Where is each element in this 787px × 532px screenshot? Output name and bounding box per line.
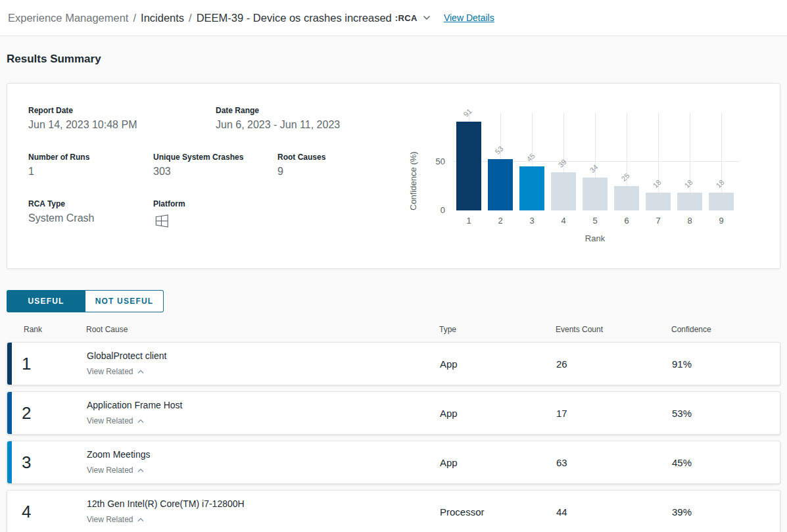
bar-value-label: 53 bbox=[494, 144, 505, 155]
root-cause-name: Zoom Meetings bbox=[87, 448, 440, 461]
tab-useful[interactable]: USEFUL bbox=[7, 290, 85, 312]
bar-value-label: 18 bbox=[652, 178, 663, 189]
page-body: Results Summary Report Date Jun 14, 2023… bbox=[0, 53, 787, 532]
confidence-bar[interactable] bbox=[709, 193, 734, 210]
column-header-events-count: Events Count bbox=[556, 325, 671, 334]
table-row: 1 GlobalProtect client View Related App … bbox=[7, 342, 780, 385]
view-details-link[interactable]: View Details bbox=[444, 12, 494, 23]
root-cause-name: Application Frame Host bbox=[87, 399, 440, 412]
view-related-label: View Related bbox=[87, 416, 133, 425]
page-title: Results Summary bbox=[7, 53, 780, 66]
chevron-up-icon bbox=[137, 518, 144, 522]
bar-value-label: 25 bbox=[620, 172, 631, 183]
summary-fields: Report Date Jun 14, 2023 10:48 PM Date R… bbox=[28, 105, 410, 252]
rank-value: 3 bbox=[7, 441, 87, 483]
table-header: Rank Root Cause Type Events Count Confid… bbox=[7, 323, 780, 336]
windows-logo-icon bbox=[153, 212, 185, 232]
type-value: Processor bbox=[440, 491, 556, 532]
y-axis-tick: 50 bbox=[419, 157, 445, 166]
breadcrumb-separator: / bbox=[133, 12, 136, 24]
table-row: 2 Application Frame Host View Related Ap… bbox=[7, 391, 780, 435]
breadcrumb-separator: / bbox=[189, 12, 192, 24]
x-axis-tick: 8 bbox=[674, 216, 705, 226]
field-date-range: Date Range Jun 6, 2023 - Jun 11, 2023 bbox=[216, 105, 340, 132]
x-axis-tick: 7 bbox=[642, 216, 674, 226]
type-value: App bbox=[440, 441, 556, 483]
column-header-confidence: Confidence bbox=[671, 325, 780, 334]
events-count-value: 26 bbox=[556, 343, 672, 385]
chevron-up-icon bbox=[137, 468, 144, 473]
field-label: Number of Runs bbox=[28, 152, 153, 162]
column-header-type: Type bbox=[439, 325, 556, 334]
field-value: 9 bbox=[277, 164, 325, 179]
confidence-bar[interactable] bbox=[519, 166, 544, 210]
bar-value-label: 18 bbox=[683, 178, 694, 189]
x-axis-tick: 1 bbox=[453, 216, 485, 226]
field-label: RCA Type bbox=[28, 199, 153, 209]
field-value: 303 bbox=[153, 164, 277, 179]
rank-color-stripe bbox=[7, 343, 12, 385]
table-row: 4 12th Gen Intel(R) Core(TM) i7-12800H V… bbox=[7, 490, 780, 532]
field-label: Report Date bbox=[28, 105, 216, 116]
confidence-value: 39% bbox=[672, 491, 780, 532]
confidence-bar[interactable] bbox=[551, 172, 576, 210]
x-axis-tick: 2 bbox=[485, 216, 516, 226]
view-related-toggle[interactable]: View Related bbox=[87, 466, 144, 475]
view-related-label: View Related bbox=[87, 466, 133, 475]
x-axis-title: Rank bbox=[453, 233, 737, 243]
breadcrumb-incidents[interactable]: Incidents bbox=[141, 12, 184, 24]
bar-value-label: 34 bbox=[588, 163, 600, 174]
tab-not-useful[interactable]: NOT USEFUL bbox=[85, 290, 164, 312]
chart-plot-area: 915345393425181818 bbox=[453, 113, 737, 210]
rank-value: 2 bbox=[7, 392, 87, 434]
root-cause-name: 12th Gen Intel(R) Core(TM) i7-12800H bbox=[87, 498, 440, 510]
root-cause-name: GlobalProtect client bbox=[87, 350, 440, 362]
field-root-causes: Root Causes 9 bbox=[277, 152, 325, 179]
view-related-toggle[interactable]: View Related bbox=[87, 367, 144, 376]
confidence-value: 45% bbox=[672, 441, 780, 483]
chevron-up-icon bbox=[137, 419, 144, 423]
breadcrumb-incident-title: DEEM-39 - Device os crashes increased bbox=[197, 12, 392, 24]
confidence-bar[interactable] bbox=[583, 178, 608, 210]
confidence-bar-chart: Confidence (%) 915345393425181818 123456… bbox=[402, 103, 776, 268]
view-related-label: View Related bbox=[87, 367, 133, 376]
view-related-toggle[interactable]: View Related bbox=[87, 515, 144, 524]
rank-color-stripe bbox=[7, 392, 12, 434]
bar-value-label: 91 bbox=[462, 107, 473, 118]
field-rca-type: RCA Type System Crash bbox=[28, 199, 153, 232]
bar-value-label: 39 bbox=[557, 158, 568, 169]
y-axis-title: Confidence (%) bbox=[408, 113, 418, 210]
view-related-toggle[interactable]: View Related bbox=[87, 416, 144, 425]
bar-value-label: 18 bbox=[715, 178, 726, 189]
breadcrumb-root[interactable]: Experience Management bbox=[8, 12, 128, 24]
field-report-date: Report Date Jun 14, 2023 10:48 PM bbox=[28, 105, 216, 132]
events-count-value: 17 bbox=[556, 392, 672, 434]
confidence-bar[interactable] bbox=[488, 159, 513, 210]
field-value: System Crash bbox=[28, 211, 153, 226]
column-header-rank: Rank bbox=[7, 325, 86, 334]
confidence-value: 53% bbox=[672, 392, 780, 434]
view-related-label: View Related bbox=[87, 515, 133, 524]
confidence-bar[interactable] bbox=[646, 193, 671, 210]
header-bar: Experience Management / Incidents / DEEM… bbox=[0, 0, 787, 36]
chevron-down-icon[interactable] bbox=[423, 15, 431, 20]
rank-value: 4 bbox=[7, 491, 87, 532]
confidence-bar[interactable] bbox=[614, 186, 639, 210]
x-axis-tick: 5 bbox=[579, 216, 611, 226]
table-row: 3 Zoom Meetings View Related App 63 45% bbox=[7, 441, 780, 484]
y-axis-tick: 0 bbox=[419, 205, 445, 215]
rank-value: 1 bbox=[7, 343, 87, 385]
field-value: Jun 6, 2023 - Jun 11, 2023 bbox=[216, 118, 340, 132]
type-value: App bbox=[440, 343, 556, 385]
field-label: Unique System Crashes bbox=[153, 152, 277, 162]
x-axis-tick: 6 bbox=[611, 216, 642, 226]
x-axis-tick: 3 bbox=[516, 216, 548, 226]
field-value: Jun 14, 2023 10:48 PM bbox=[28, 118, 216, 132]
type-value: App bbox=[440, 392, 556, 434]
confidence-bar[interactable] bbox=[677, 193, 702, 210]
events-count-value: 44 bbox=[556, 491, 672, 532]
field-label: Platform bbox=[153, 199, 185, 209]
x-axis-tick: 4 bbox=[548, 216, 579, 226]
confidence-bar[interactable] bbox=[456, 122, 481, 210]
confidence-value: 91% bbox=[672, 343, 780, 385]
